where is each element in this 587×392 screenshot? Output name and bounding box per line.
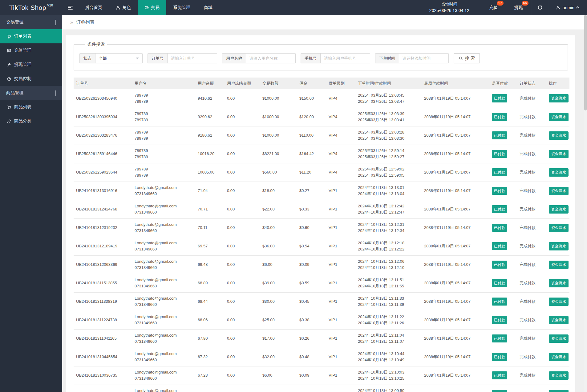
commission: $0.54	[297, 237, 326, 255]
order-time: 2024年10月18日 13:13:012024年10月18日 13:13:04	[355, 182, 422, 200]
filter-input-4[interactable]	[399, 54, 448, 63]
sidebar-item-label: 充值管理	[14, 48, 31, 53]
fund-flow-button[interactable]: 资金流水	[549, 353, 569, 361]
last-pay-time: 2038年01月19日 05:14:07	[422, 163, 489, 182]
frozen-amount: 0.00	[225, 89, 260, 108]
order-no: UB2503261303456940	[74, 89, 132, 108]
fund-flow-button[interactable]: 资金流水	[549, 94, 569, 102]
nav-item-2[interactable]: 角色	[109, 0, 138, 15]
last-pay-time: 2038年01月19日 05:14:07	[422, 108, 489, 126]
fund-flow-button[interactable]: 资金流水	[549, 205, 569, 214]
top-bar: TikTok Shop V20 后台首页角色交易系统管理商城 当地时间 2025…	[0, 0, 587, 15]
table-row: UB2410181312424768Londythato@gmail.com07…	[74, 200, 569, 218]
filter-input-3[interactable]	[321, 54, 370, 63]
sidebar-item-提现管理[interactable]: 提现管理	[0, 58, 62, 72]
fund-flow-button[interactable]: 资金流水	[549, 187, 569, 195]
sidebar-group-交易管理[interactable]: 交易管理	[0, 15, 62, 29]
vip-level: VIP1	[326, 200, 355, 218]
sidebar-item-商品列表[interactable]: 商品列表	[0, 100, 62, 114]
filter-input-2[interactable]	[246, 54, 295, 63]
page-scrollbar[interactable]	[584, 15, 587, 392]
vip-level: VIP4	[326, 163, 355, 182]
withdraw-button[interactable]: 提现 66	[506, 0, 531, 15]
recharge-button[interactable]: 充值 17	[481, 0, 506, 15]
sidebar-item-商品分类[interactable]: 商品分类	[0, 114, 62, 128]
nav-item-3[interactable]: 交易	[138, 0, 166, 15]
pay-status-badge: 已付款	[492, 371, 507, 380]
hamburger-icon[interactable]	[62, 0, 78, 15]
orders-table-head: 订单号用户名用户余额用户冻结金额交易数额佣金做单级别下单时间/付款时间最后付款时…	[74, 78, 569, 89]
fund-flow-button[interactable]: 资金流水	[549, 334, 569, 343]
sidebar-item-交易控制[interactable]: 交易控制	[0, 72, 62, 86]
nav-item-4[interactable]: 系统管理	[166, 0, 197, 15]
trade-amount: $560.00	[260, 163, 297, 182]
fund-flow-button[interactable]: 资金流水	[549, 131, 569, 140]
flow-button: 资金流水	[546, 348, 569, 366]
filter-label: 手机号	[301, 54, 321, 63]
frozen-amount: 0.00	[225, 218, 260, 237]
order-status: 完成付款	[517, 311, 546, 329]
admin-menu[interactable]: admin	[549, 0, 587, 15]
table-row: UB2410181313016916Londythato@gmail.com07…	[74, 182, 569, 200]
pay-status-badge: 已付款	[489, 348, 517, 366]
order-status: 完成付款	[517, 385, 546, 392]
status-filter-label: 状态	[80, 54, 95, 63]
gavel-icon	[7, 62, 11, 67]
fund-flow-button[interactable]: 资金流水	[549, 371, 569, 380]
last-pay-time: 2038年01月19日 05:14:07	[422, 200, 489, 218]
order-status: 完成付款	[517, 163, 546, 182]
sidebar-group-商品管理[interactable]: 商品管理	[0, 86, 62, 100]
pay-status-badge: 已付款	[492, 94, 507, 102]
refresh-icon[interactable]	[531, 0, 549, 15]
order-time: 2024年10月18日 13:12:312024年10月18日 13:12:34	[355, 218, 422, 237]
fund-flow-button[interactable]: 资金流水	[549, 261, 569, 269]
scrollbar-thumb[interactable]	[584, 15, 587, 110]
order-time: 2025年03月26日 12:59:022025年03月26日 12:59:05	[355, 163, 422, 182]
last-pay-time: 2038年01月19日 05:14:07	[422, 329, 489, 348]
username: 789789789789	[132, 108, 195, 126]
balance: 9180.62	[195, 126, 225, 145]
sidebar-item-充值管理[interactable]: 充值管理	[0, 43, 62, 58]
last-pay-time: 2038年01月19日 05:14:07	[422, 366, 489, 385]
order-no: UB2410181311512855	[74, 274, 132, 292]
fund-flow-button[interactable]: 资金流水	[549, 298, 569, 306]
fund-flow-button[interactable]: 资金流水	[549, 242, 569, 250]
nav-item-1[interactable]: 后台首页	[78, 0, 109, 15]
column-header: 订单状态	[517, 78, 546, 89]
filter-input-1[interactable]	[168, 54, 217, 63]
fund-flow-button[interactable]: 资金流水	[549, 316, 569, 324]
last-pay-time: 2038年01月19日 05:14:07	[422, 255, 489, 274]
fund-flow-button[interactable]: 资金流水	[549, 224, 569, 232]
fund-flow-button[interactable]: 资金流水	[549, 113, 569, 121]
gauge-icon	[7, 77, 11, 81]
table-row: UB2410181310445654Londythato@gmail.com07…	[74, 348, 569, 366]
nav-item-5[interactable]: 商城	[197, 0, 219, 15]
trade-amount: $36.00	[260, 237, 297, 255]
filter-row: 状态 全部 订单号用户名称手机号下单时间搜 索	[79, 53, 562, 63]
trade-amount: $25.00	[260, 311, 297, 329]
flow-button: 资金流水	[546, 126, 569, 145]
order-no: UB2410181312189419	[74, 237, 132, 255]
commission: $110.00	[297, 126, 326, 145]
pay-status-badge: 已付款	[492, 279, 507, 287]
search-button[interactable]: 搜 索	[454, 53, 480, 63]
status-select[interactable]: 全部	[95, 54, 142, 63]
frozen-amount: 0.00	[225, 311, 260, 329]
fund-flow-button[interactable]: 资金流水	[549, 279, 569, 287]
search-panel-legend: 条件搜索	[85, 42, 107, 47]
column-header: 最后付款时间	[422, 78, 489, 89]
sidebar: 交易管理订单列表充值管理提现管理交易控制商品管理商品列表商品分类	[0, 15, 62, 392]
fund-flow-button[interactable]: 资金流水	[549, 150, 569, 158]
table-row: UB2410181311338319Londythato@gmail.com07…	[74, 292, 569, 311]
pay-status-badge: 已付款	[489, 237, 517, 255]
pay-status-badge: 已付款	[489, 182, 517, 200]
flow-button: 资金流水	[546, 218, 569, 237]
fund-flow-button[interactable]: 资金流水	[549, 168, 569, 177]
commission: $0.09	[297, 366, 326, 385]
commission: $0.38	[297, 311, 326, 329]
fund-flow-button[interactable]: 资金流水	[549, 390, 569, 392]
user-icon	[556, 5, 561, 10]
sidebar-item-订单列表[interactable]: 订单列表	[0, 29, 62, 43]
filter-group-3: 手机号	[301, 53, 370, 63]
pay-status-badge: 已付款	[489, 329, 517, 348]
